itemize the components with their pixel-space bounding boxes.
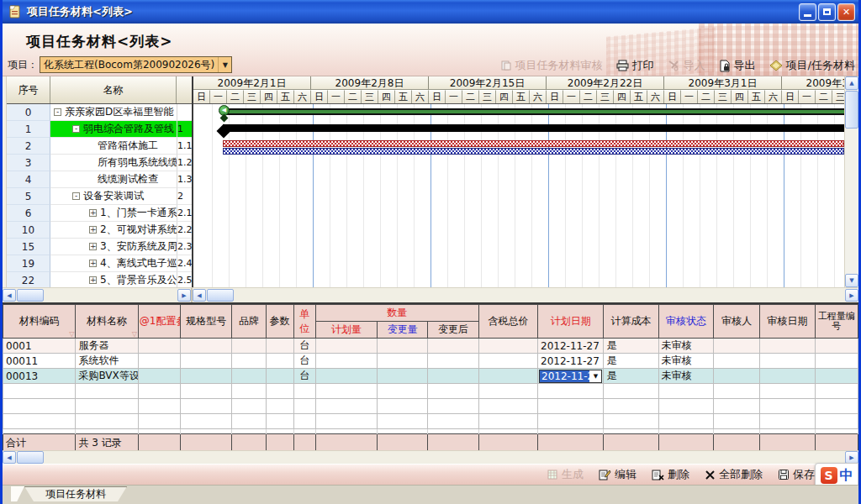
generate-button[interactable]: 生成	[547, 467, 584, 482]
task-row[interactable]: 10+2、可视对讲系统2.2	[7, 222, 192, 239]
delete-button[interactable]: 删除	[652, 467, 689, 482]
table-horizontal-scrollbar: ◀ ▶	[3, 450, 858, 464]
chevron-down-icon[interactable]: ▼	[589, 373, 601, 380]
day-header-cell: 一	[563, 90, 580, 103]
grid-horizontal-scrollbar: ◀ ▶	[3, 288, 193, 302]
scroll-right-icon[interactable]: ▶	[845, 451, 858, 464]
task-row[interactable]: 2管路箱体施工1.1	[7, 138, 192, 155]
gantt-section: 序号 名称 0-亲亲家园D区幸福里智能 1-弱电综合管路及管线1 2管路箱体施工…	[3, 76, 858, 287]
col-header-qty-change: 变更量	[378, 322, 428, 339]
collapse-icon[interactable]: -	[72, 125, 80, 133]
col-header-param: 参数	[266, 305, 293, 339]
day-header-cell: 一	[681, 90, 698, 103]
export-icon	[719, 60, 731, 72]
ime-chinese-indicator[interactable]: 中	[840, 467, 853, 485]
delete-all-button[interactable]: 全部删除	[705, 467, 763, 482]
day-header-cell: 二	[698, 90, 715, 103]
day-header-cell: 二	[580, 90, 597, 103]
task-row[interactable]: 15+3、安防系统及周2.3	[7, 239, 192, 255]
day-header-cell: 二	[227, 90, 244, 103]
expand-icon[interactable]: +	[89, 276, 97, 284]
materials-table: 材料编码▽ 材料名称▽ @1配置参数 规格型号 品牌 参数 单位 数量 含税总价…	[3, 304, 858, 450]
project-task-material-button[interactable]: 项目/任务材料	[769, 58, 855, 73]
tab-project-task-material[interactable]: 项目任务材料	[24, 486, 127, 501]
scroll-right-icon[interactable]: ▶	[845, 289, 858, 302]
task-row[interactable]: 6+1、门禁一卡通系2.1	[7, 205, 192, 222]
day-header-cell: 二	[345, 90, 362, 103]
expand-icon[interactable]: +	[89, 260, 97, 267]
minimize-button[interactable]	[799, 3, 816, 21]
day-header-cell: 三	[479, 90, 496, 103]
plan-date-editor[interactable]: 2012-11-27 ▼	[539, 370, 602, 383]
task-row[interactable]: 4线缆测试检查1.3	[7, 171, 192, 188]
task-row[interactable]: 0-亲亲家园D区幸福里智能	[7, 104, 192, 121]
scroll-left-icon[interactable]: ◀	[3, 451, 16, 464]
import-button[interactable]: 导入	[668, 58, 705, 73]
table-row[interactable]: 00011系统软件 台 2012-11-27是未审核	[3, 354, 858, 369]
close-button[interactable]: ✕	[837, 3, 855, 21]
table-row-selected[interactable]: 00013采购BVX等设备 台 2012-11-27 ▼ 是未审核	[3, 369, 858, 384]
window-title: 项目任务材料<列表>	[27, 4, 797, 19]
scrollbar-thumb[interactable]	[207, 289, 234, 302]
scroll-left-icon[interactable]: ◀	[3, 289, 16, 302]
bottom-toolbar: 生成 编辑 删除 全部删除 保存 S 中	[3, 464, 858, 485]
col-header-calc-cost: 计算成本	[604, 305, 658, 339]
task-row[interactable]: 3所有弱电系统线缆1.2	[7, 155, 192, 171]
task-row-selected[interactable]: 1-弱电综合管路及管线1	[7, 121, 192, 138]
col-header-unit: 单位	[293, 305, 315, 339]
table-row[interactable]: 0001服务器 台 2012-11-27是未审核	[3, 339, 858, 354]
maximize-button[interactable]	[818, 3, 836, 21]
task-row[interactable]: 5-设备安装调试2	[7, 188, 192, 205]
scrollbar-thumb[interactable]	[17, 451, 44, 464]
gantt-bar-summary-black[interactable]	[223, 124, 844, 132]
edit-button[interactable]: 编辑	[599, 467, 637, 482]
table-row-empty	[3, 384, 858, 399]
sort-icon: ▽	[132, 330, 137, 338]
collapse-icon[interactable]: -	[72, 192, 80, 200]
day-header-cell: 二	[816, 90, 832, 103]
gantt-body: ◀	[193, 104, 844, 287]
col-header-qty: 数量	[315, 305, 478, 322]
title-bar: 项目任务材料<列表> ✕	[3, 0, 858, 24]
chevron-down-icon[interactable]: ▼	[218, 57, 231, 72]
task-row[interactable]: 22+5、背景音乐及公2.5	[7, 272, 192, 287]
scrollbar-thumb[interactable]	[845, 91, 858, 129]
expand-icon[interactable]: +	[89, 226, 97, 234]
diamond-icon	[769, 60, 783, 71]
day-header-cell: 五	[748, 90, 765, 103]
wbs-column-header	[177, 76, 192, 103]
table-footer-row: 合计 共 3 记录	[3, 434, 858, 451]
generate-icon	[547, 469, 558, 480]
scroll-down-icon[interactable]: ▼	[845, 274, 858, 287]
gantt-bar-progress-blue[interactable]	[223, 148, 844, 155]
app-icon	[8, 4, 23, 19]
scroll-left-icon[interactable]: ◀	[193, 289, 206, 302]
table-row-empty	[3, 399, 858, 414]
edit-icon	[599, 469, 611, 480]
col-header-total-price: 含税总价	[478, 305, 537, 339]
export-button[interactable]: 导出	[719, 58, 756, 73]
gantt-milestone-icon	[220, 114, 229, 123]
save-button[interactable]: 保存	[778, 467, 815, 482]
print-button[interactable]: 打印	[616, 58, 654, 73]
day-header-cell: 一	[799, 90, 816, 103]
expand-icon[interactable]: +	[89, 243, 97, 250]
col-header-name[interactable]: 材料名称▽	[76, 305, 138, 339]
scrollbar-thumb[interactable]	[17, 289, 44, 302]
import-icon	[668, 60, 680, 71]
gantt-bar-task-red[interactable]	[223, 140, 844, 147]
gantt-bar-summary-green[interactable]	[223, 108, 844, 115]
col-header-auditor: 审核人	[714, 305, 760, 339]
header-banner: 项目任务材料<列表> 项目： 化系统工程(Bocom第200902026号) ▼…	[3, 24, 858, 76]
scroll-right-icon[interactable]: ▶	[177, 289, 191, 302]
col-header-code[interactable]: 材料编码▽	[3, 305, 76, 339]
audit-button[interactable]: 项目任务材料审核	[500, 58, 603, 73]
footer-total-label: 合计	[3, 434, 76, 451]
expand-icon[interactable]: +	[89, 209, 97, 217]
task-row[interactable]: 19+4、离线式电子巡2.4	[7, 255, 192, 272]
project-combobox[interactable]: 化系统工程(Bocom第200902026号) ▼	[40, 56, 232, 73]
sogou-icon[interactable]: S	[821, 467, 837, 484]
collapse-icon[interactable]: -	[54, 108, 61, 116]
day-header-cell: 六	[412, 90, 429, 103]
scroll-up-icon[interactable]: ▲	[845, 76, 858, 90]
